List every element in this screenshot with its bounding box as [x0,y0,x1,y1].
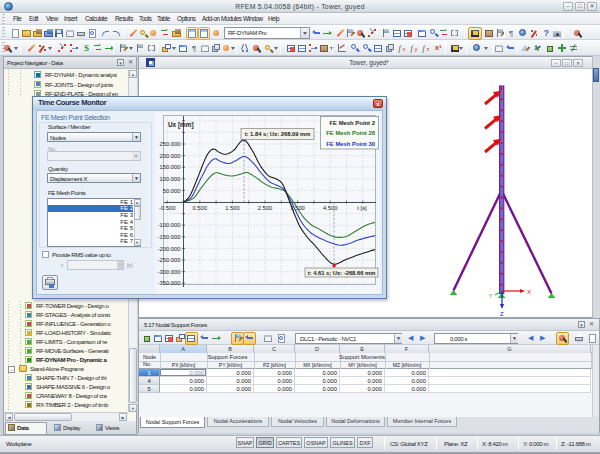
svg-text:-150.000: -150.000 [158,234,181,240]
svg-text:FE Mesh Point 2: FE Mesh Point 2 [330,120,376,126]
svg-text:100.000: 100.000 [160,176,181,182]
svg-text:X: X [527,289,531,295]
svg-text:4.500: 4.500 [323,205,338,211]
svg-text:-350.000: -350.000 [158,280,181,286]
svg-text:Ux [mm]: Ux [mm] [168,121,194,129]
svg-text:t [s]: t [s] [357,205,367,211]
svg-text:150.000: 150.000 [160,164,181,170]
svg-text:FE Mesh Point 30: FE Mesh Point 30 [326,141,375,147]
svg-text:-0.500: -0.500 [159,205,175,211]
svg-text:FE Mesh Point 28: FE Mesh Point 28 [326,130,375,136]
svg-text:50.000: 50.000 [163,188,181,194]
svg-text:200.000: 200.000 [160,153,181,159]
svg-text:-100.000: -100.000 [158,222,181,228]
svg-text:Y: Y [489,293,493,299]
svg-text:-300.000: -300.000 [158,269,181,275]
svg-text:t: 1.84 s; Ux: 268.09 mm: t: 1.84 s; Ux: 268.09 mm [245,131,311,137]
svg-text:2.500: 2.500 [258,205,273,211]
svg-text:0.500: 0.500 [193,205,208,211]
svg-text:Z: Z [500,311,504,317]
svg-text:-200.000: -200.000 [158,246,181,252]
svg-text:250.000: 250.000 [160,141,181,147]
svg-text:-250.000: -250.000 [158,257,181,263]
svg-text:t: 4.61 s; Ux: -268.66 mm: t: 4.61 s; Ux: -268.66 mm [308,270,376,276]
svg-text:1.500: 1.500 [225,205,240,211]
